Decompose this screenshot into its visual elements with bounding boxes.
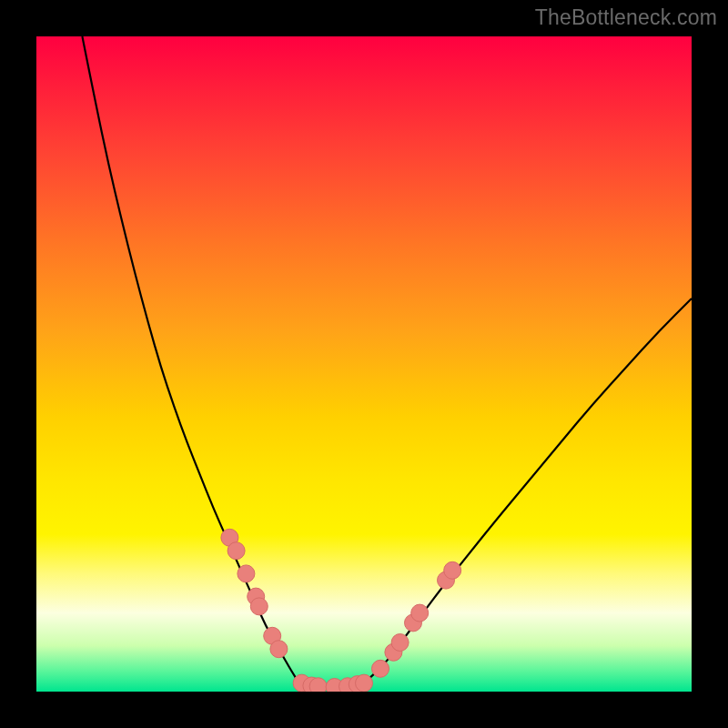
curve-marker	[228, 542, 245, 560]
chart-frame: TheBottleneck.com	[0, 0, 728, 728]
bottleneck-curve	[82, 36, 692, 687]
curve-marker	[391, 634, 409, 652]
chart-svg	[36, 36, 692, 692]
curve-markers	[221, 529, 461, 692]
curve-marker	[270, 641, 288, 658]
curve-marker	[411, 604, 429, 622]
curve-marker	[356, 674, 373, 692]
curve-marker	[444, 561, 461, 579]
chart-plot-area	[36, 36, 692, 692]
watermark-text: TheBottleneck.com	[535, 5, 717, 30]
curve-marker	[309, 678, 327, 692]
curve-marker	[372, 660, 389, 677]
curve-marker	[238, 565, 255, 582]
curve-marker	[250, 598, 268, 615]
